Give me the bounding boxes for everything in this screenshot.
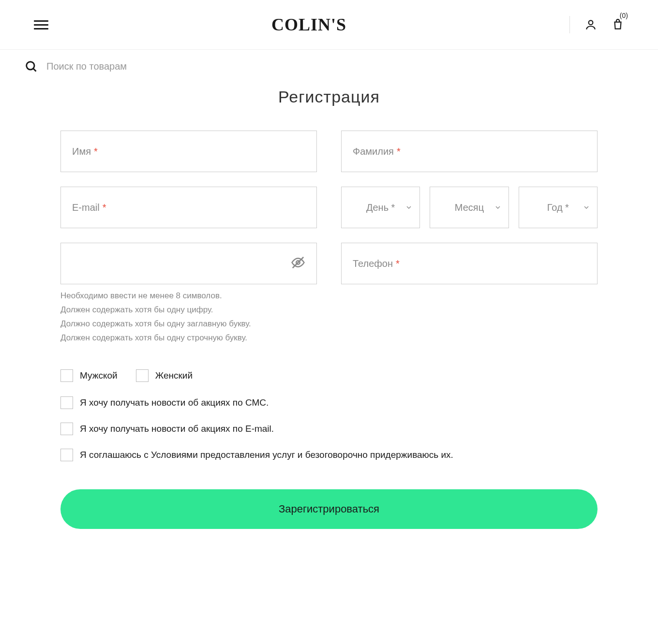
page-title: Регистрация — [60, 88, 598, 106]
svg-point-0 — [589, 20, 593, 25]
female-label: Женский — [155, 370, 193, 381]
email-optin-label: Я хочу получать новости об акциях по E-m… — [80, 424, 274, 434]
email-optin: Я хочу получать новости об акциях по E-m… — [60, 423, 598, 435]
account-icon[interactable] — [584, 18, 597, 31]
month-select[interactable]: Месяц — [430, 187, 508, 228]
password-input[interactable] — [60, 243, 317, 284]
day-select[interactable]: День * — [341, 187, 420, 228]
submit-button[interactable]: Зарегистрироваться — [60, 489, 598, 529]
sms-checkbox[interactable] — [60, 396, 73, 409]
sms-label: Я хочу получать новости об акциях по СМС… — [80, 397, 269, 408]
email-input[interactable] — [60, 187, 317, 228]
terms-agree: Я соглашаюсь с Условиями предоставления … — [60, 449, 598, 461]
gender-row: Мужской Женский — [60, 369, 598, 382]
search-icon — [24, 59, 38, 73]
birthdate-row: День * Месяц Год * — [341, 187, 598, 228]
chevron-down-icon — [494, 204, 502, 211]
sms-optin: Я хочу получать новости об акциях по СМС… — [60, 396, 598, 409]
female-checkbox[interactable] — [136, 369, 149, 382]
cart-icon[interactable]: (0) — [612, 18, 624, 31]
email-field: E-mail* — [60, 187, 317, 228]
first-name-field: Имя* — [60, 131, 317, 172]
header-actions: (0) — [569, 16, 624, 33]
form-row-2: E-mail* День * Месяц Год * — [60, 187, 598, 228]
form-row-1: Имя* Фамилия* — [60, 131, 598, 172]
hint-line: Должен содержать хотя бы одну строчную б… — [60, 331, 317, 345]
chevron-down-icon — [583, 204, 590, 211]
phone-input[interactable] — [341, 243, 598, 284]
svg-point-1 — [27, 62, 34, 70]
divider — [569, 16, 570, 33]
header: COLIN'S (0) — [0, 0, 658, 50]
last-name-input[interactable] — [341, 131, 598, 172]
hint-line: Должен содержать хотя бы одну цифру. — [60, 303, 317, 317]
svg-line-2 — [33, 69, 36, 72]
year-select[interactable]: Год * — [519, 187, 598, 228]
password-hints: Необходимо ввести не менее 8 символов. Д… — [60, 289, 317, 345]
main-content: Регистрация Имя* Фамилия* E-mail* День * — [60, 83, 598, 558]
gender-male-option: Мужской — [60, 369, 118, 382]
email-checkbox[interactable] — [60, 423, 73, 435]
first-name-input[interactable] — [60, 131, 317, 172]
terms-label: Я соглашаюсь с Условиями предоставления … — [80, 450, 453, 460]
form-row-3: Необходимо ввести не менее 8 символов. Д… — [60, 243, 598, 345]
male-checkbox[interactable] — [60, 369, 73, 382]
chevron-down-icon — [405, 204, 413, 211]
cart-count: (0) — [620, 12, 628, 19]
hint-line: Должно содержать хотя бы одну заглавную … — [60, 317, 317, 331]
last-name-field: Фамилия* — [341, 131, 598, 172]
menu-icon[interactable] — [34, 20, 48, 29]
search-input[interactable] — [46, 61, 634, 72]
logo[interactable]: COLIN'S — [271, 15, 346, 35]
toggle-password-icon[interactable] — [291, 255, 305, 272]
phone-field: Телефон* — [341, 243, 598, 284]
terms-checkbox[interactable] — [60, 449, 73, 461]
password-field — [60, 243, 317, 284]
male-label: Мужской — [80, 370, 118, 381]
search-bar — [0, 50, 658, 83]
hint-line: Необходимо ввести не менее 8 символов. — [60, 289, 317, 303]
gender-female-option: Женский — [136, 369, 193, 382]
